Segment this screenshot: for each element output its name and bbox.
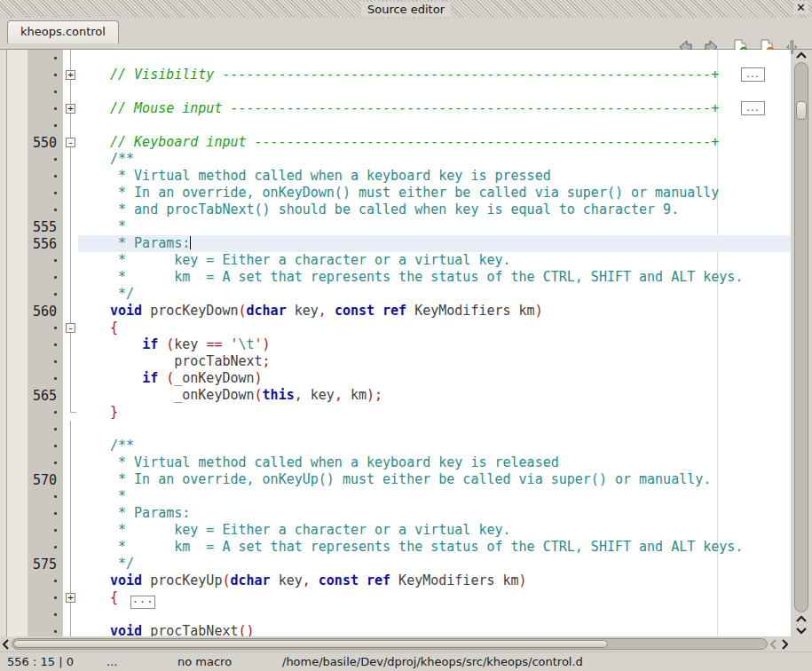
source-editor-window: Source editor ✕ kheops.control (0, 0, 812, 671)
close-icon[interactable]: ✕ (793, 1, 808, 14)
title-bar[interactable]: Source editor ✕ (0, 0, 812, 18)
fold-column-cell[interactable]: - (63, 134, 78, 151)
gutter-dot (54, 209, 57, 211)
gutter-dot (54, 74, 57, 76)
fold-column-cell (63, 522, 78, 539)
gutter-dot (54, 445, 57, 447)
fold-collapse-box[interactable]: - (66, 138, 75, 147)
fold-column-cell (63, 168, 78, 185)
chevron-up-icon (795, 614, 808, 624)
code-line[interactable]: * Params: (0, 505, 791, 522)
code-area[interactable]: +// Visibility -------------------------… (0, 50, 791, 636)
fold-column-cell (63, 556, 78, 572)
fold-expand-box[interactable]: + (66, 104, 75, 114)
gutter-cell (0, 606, 63, 623)
fold-column-cell (63, 471, 78, 488)
tab-bar: kheops.control (0, 18, 812, 49)
gutter-dot (54, 107, 57, 110)
code-line[interactable]: if (key == '\t') (0, 336, 791, 353)
code-line[interactable] (0, 421, 791, 438)
horizontal-scrollbar[interactable] (0, 636, 812, 651)
status-ellipsis: ... (106, 652, 117, 671)
fold-column-cell[interactable]: + (63, 67, 78, 83)
code-line[interactable]: * Virtual method called when a keyboard … (0, 168, 791, 185)
code-line[interactable]: } (0, 404, 791, 421)
scroll-right-button[interactable] (779, 637, 791, 651)
gutter-cell (0, 353, 63, 370)
fold-column-cell (63, 606, 78, 623)
code-line[interactable]: if (_onKeyDown) (0, 370, 791, 387)
code-line[interactable]: * km = A set that represents the status … (0, 269, 791, 286)
scroll-left-button-right[interactable] (768, 637, 779, 651)
fold-column-cell[interactable]: - (63, 320, 78, 336)
vertical-scroll-trough[interactable] (794, 62, 808, 612)
code-text: * Virtual method called when a keyboard … (78, 168, 791, 185)
code-line[interactable]: procTabNext; (0, 353, 791, 370)
fold-expand-box[interactable]: + (66, 70, 75, 80)
scroll-up-button-bottom[interactable] (792, 613, 810, 625)
tab-kheops-control[interactable]: kheops.control (7, 20, 119, 43)
code-line[interactable]: * (0, 488, 791, 505)
code-line[interactable]: +// Visibility -------------------------… (0, 67, 791, 83)
code-text: void procTabNext() (78, 623, 791, 636)
folded-code-ellipsis[interactable]: ... (741, 101, 765, 115)
code-line[interactable] (0, 606, 791, 623)
scroll-down-button[interactable] (792, 625, 810, 636)
fold-expand-box[interactable]: + (66, 593, 75, 603)
code-line[interactable]: /** (0, 438, 791, 454)
gutter-cell (0, 252, 63, 269)
vertical-scrollbar[interactable] (791, 50, 812, 636)
scroll-left-button[interactable] (0, 637, 12, 651)
code-text: // Visibility --------------------------… (78, 67, 791, 83)
code-line-current[interactable]: 556 * Params: (0, 235, 791, 252)
code-line[interactable]: * key = Either a character or a virtual … (0, 522, 791, 539)
fold-column-cell[interactable]: + (63, 589, 78, 606)
fold-column-cell[interactable]: + (63, 100, 78, 117)
code-line[interactable]: */ (0, 286, 791, 303)
code-editor[interactable]: +// Visibility -------------------------… (0, 49, 812, 636)
code-line[interactable]: -{ (0, 320, 791, 336)
code-line[interactable]: /** (0, 151, 791, 168)
gutter-dot (54, 192, 57, 194)
gutter-cell (0, 320, 63, 336)
code-line[interactable]: 575 */ (0, 556, 791, 572)
code-line[interactable] (0, 83, 791, 100)
code-line[interactable]: 570 * In an override, onKeyUp() must eit… (0, 471, 791, 488)
gutter-cell (0, 201, 63, 218)
code-line[interactable]: 560void procKeyDown(dchar key, const ref… (0, 303, 791, 320)
gutter-dot (54, 495, 57, 498)
gutter-dot (54, 512, 57, 515)
gutter-cell (0, 151, 63, 168)
fold-collapse-box[interactable]: - (66, 323, 75, 333)
code-line[interactable]: 555 * (0, 218, 791, 235)
fold-column-cell (63, 201, 78, 218)
code-line[interactable]: +// Mouse input ------------------------… (0, 100, 791, 117)
folded-code-ellipsis[interactable]: ... (741, 67, 765, 82)
code-line[interactable]: void procKeyUp(dchar key, const ref KeyM… (0, 572, 791, 589)
code-text: /** (78, 151, 791, 168)
code-line[interactable] (0, 117, 791, 134)
gutter-cell: 555 (0, 218, 63, 235)
code-line[interactable]: * key = Either a character or a virtual … (0, 252, 791, 269)
fold-column-cell (63, 235, 78, 252)
vertical-scroll-thumb[interactable] (796, 101, 807, 120)
code-text: * (78, 218, 791, 235)
code-line[interactable]: * and procTabNext() should be called whe… (0, 201, 791, 218)
gutter-dot (54, 613, 57, 616)
code-line[interactable]: * Virtual method called when a keyboard … (0, 454, 791, 471)
fold-column-cell (63, 539, 78, 556)
horizontal-scroll-trough[interactable] (12, 638, 768, 650)
gutter-cell: 560 (0, 303, 63, 320)
code-line[interactable] (0, 50, 791, 67)
gutter-cell: 570 (0, 471, 63, 488)
horizontal-scroll-thumb[interactable] (13, 640, 608, 648)
code-line[interactable]: 565 _onKeyDown(this, key, km); (0, 387, 791, 404)
code-line[interactable]: * In an override, onKeyDown() must eithe… (0, 185, 791, 201)
code-text: void procKeyDown(dchar key, const ref Ke… (78, 303, 791, 320)
code-line[interactable]: * km = A set that represents the status … (0, 539, 791, 556)
code-line[interactable]: 550-// Keyboard input ------------------… (0, 134, 791, 151)
code-line[interactable]: void procTabNext() (0, 623, 791, 636)
window-title: Source editor (361, 2, 451, 17)
code-line[interactable]: +{... (0, 589, 791, 606)
fold-column-cell (63, 353, 78, 370)
